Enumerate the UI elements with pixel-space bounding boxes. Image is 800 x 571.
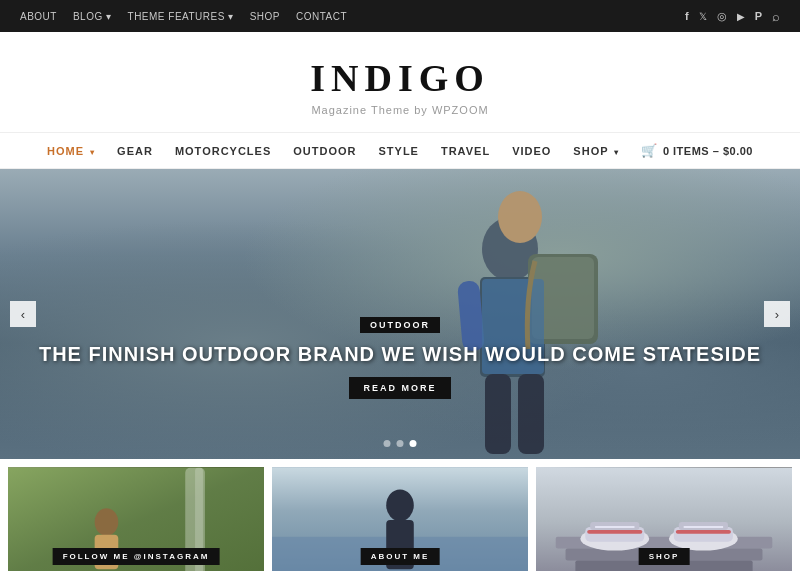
social-icons: f 𝕏 ◎ ▶ P ⌕ [685,9,780,24]
nav-shop[interactable]: SHOP ▾ [573,145,619,157]
site-title: INDIGO [0,56,800,100]
site-subtitle: Magazine Theme by WPZOOM [0,104,800,116]
top-bar: ABOUT BLOG ▾ THEME FEATURES ▾ SHOP CONTA… [0,0,800,32]
svg-point-11 [95,508,119,536]
nav-home[interactable]: HOME ▾ [47,145,95,157]
cart-icon: 🛒 [641,143,658,158]
cart-widget[interactable]: 🛒 0 ITEMS – $0.00 [641,143,753,158]
pinterest-icon[interactable]: P [755,10,762,22]
slider-dot-2[interactable] [397,440,404,447]
slider-next-button[interactable]: › [764,301,790,327]
bottom-cards: FOLLOW ME @INSTAGRAM ABO [0,459,800,571]
site-header: INDIGO Magazine Theme by WPZOOM [0,32,800,133]
top-nav-shop[interactable]: SHOP [250,11,280,22]
hero-title: THE FINNISH OUTDOOR BRAND WE WISH WOULD … [0,341,800,367]
hero-overlay: OUTDOOR THE FINNISH OUTDOOR BRAND WE WIS… [0,314,800,399]
nav-gear[interactable]: GEAR [117,145,153,157]
nav-motorcycles[interactable]: MOTORCYCLES [175,145,271,157]
svg-rect-33 [676,530,731,534]
shop-dropdown-arrow: ▾ [614,148,619,157]
top-nav-blog[interactable]: BLOG ▾ [73,11,112,22]
svg-point-1 [498,191,542,243]
card-instagram-label: FOLLOW ME @INSTAGRAM [53,548,220,565]
top-nav-about[interactable]: ABOUT [20,11,57,22]
home-dropdown-arrow: ▾ [90,148,95,157]
card-shop-label: SHOP [639,548,690,565]
cart-label: 0 ITEMS – $0.00 [663,145,753,157]
card-about-label: ABOUT ME [361,548,440,565]
slider-dots [384,440,417,447]
facebook-icon[interactable]: f [685,10,689,22]
card-about[interactable]: ABOUT ME [272,467,528,571]
top-nav-contact[interactable]: CONTACT [296,11,347,22]
youtube-icon[interactable]: ▶ [737,11,745,22]
slider-dot-3[interactable] [410,440,417,447]
main-nav: HOME ▾ GEAR MOTORCYCLES OUTDOOR STYLE TR… [0,133,800,169]
top-nav-theme-features[interactable]: THEME FEATURES ▾ [128,11,234,22]
svg-rect-26 [590,522,639,530]
svg-point-18 [386,490,414,522]
hero-cta-button[interactable]: READ MORE [349,377,450,399]
nav-style[interactable]: STYLE [378,145,418,157]
nav-travel[interactable]: TRAVEL [441,145,490,157]
slider-dot-1[interactable] [384,440,391,447]
card-shop[interactable]: SHOP [536,467,792,571]
hero-image: OUTDOOR THE FINNISH OUTDOOR BRAND WE WIS… [0,169,800,459]
hero-category: OUTDOOR [360,317,440,333]
slider-prev-button[interactable]: ‹ [10,301,36,327]
card-instagram[interactable]: FOLLOW ME @INSTAGRAM [8,467,264,571]
search-icon[interactable]: ⌕ [772,9,780,24]
hero-slider: OUTDOOR THE FINNISH OUTDOOR BRAND WE WIS… [0,169,800,459]
svg-rect-30 [679,522,728,530]
instagram-icon[interactable]: ◎ [717,10,727,23]
nav-outdoor[interactable]: OUTDOOR [293,145,356,157]
top-bar-nav: ABOUT BLOG ▾ THEME FEATURES ▾ SHOP CONTA… [20,11,347,22]
twitter-icon[interactable]: 𝕏 [699,11,707,22]
nav-video[interactable]: VIDEO [512,145,551,157]
svg-rect-32 [587,530,642,534]
